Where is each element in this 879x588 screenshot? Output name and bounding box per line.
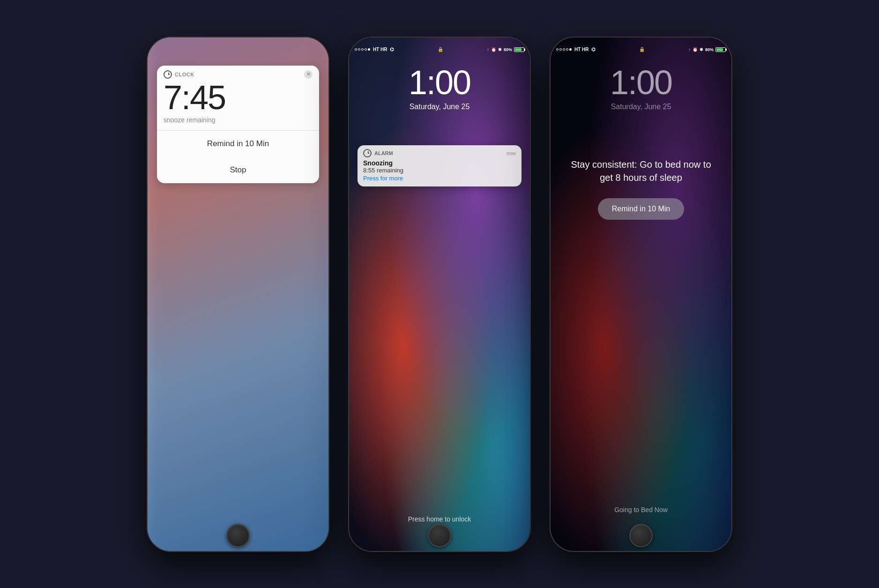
battery-bar: [715, 47, 726, 52]
battery-bar: [514, 47, 524, 52]
carrier-name: HT HR: [373, 47, 387, 52]
phone-2: HT HR ⌬ 🔒 ↑ ⏰ ✱ 80% 1:00 Saturday, June …: [348, 37, 531, 552]
wallpaper: [349, 37, 530, 551]
phone2-screen: HT HR ⌬ 🔒 ↑ ⏰ ✱ 80% 1:00 Saturday, June …: [349, 37, 530, 551]
lock-time-display: 1:00: [349, 63, 530, 102]
notif-app-name: CLOCK: [175, 72, 301, 77]
clock-notif-icon: [363, 149, 372, 157]
lock-icon: 🔒: [438, 47, 443, 52]
lock-notif-time: now: [507, 150, 516, 156]
home-button[interactable]: [629, 524, 653, 547]
phone-3: HT HR ⌬ 🔒 ↑ ⏰ ✱ 80% 1:00 Saturday, June …: [550, 37, 732, 552]
bluetooth-icon: ✱: [700, 47, 703, 52]
status-bar: HT HR ⌬ 🔒 ↑ ⏰ ✱ 80%: [551, 45, 731, 54]
lock-notif-action[interactable]: Press for more: [363, 175, 516, 182]
phone-1: CLOCK ✕ 7:45 snooze remaining Remind in …: [147, 37, 329, 552]
clock-app-icon: [164, 70, 172, 79]
battery-pct: 80%: [504, 47, 512, 52]
location-icon: ↑: [688, 47, 691, 52]
lock-icon: 🔒: [639, 47, 645, 52]
sleep-time: 1:00: [610, 63, 672, 102]
phone1-screen: CLOCK ✕ 7:45 snooze remaining Remind in …: [148, 37, 328, 551]
sleep-content: 1:00 Saturday, June 25 Stay consistent: …: [551, 37, 731, 551]
battery-fill: [716, 48, 723, 51]
snooze-subtitle: snooze remaining: [164, 116, 313, 124]
close-button[interactable]: ✕: [304, 70, 313, 79]
phone3-screen: HT HR ⌬ 🔒 ↑ ⏰ ✱ 80% 1:00 Saturday, June …: [551, 37, 731, 551]
status-bar: HT HR ⌬ 🔒 ↑ ⏰ ✱ 80%: [349, 45, 530, 54]
sleep-footer: Going to Bed Now: [614, 506, 668, 514]
home-button[interactable]: [226, 524, 250, 547]
battery-tip: [726, 48, 727, 51]
signal-dot-2: [358, 48, 360, 51]
status-right: ↑ ⏰ ✱ 80%: [487, 47, 524, 52]
carrier-name: HT HR: [574, 47, 589, 52]
status-right: ↑ ⏰ ✱ 80%: [688, 47, 726, 52]
bluetooth-icon: ✱: [498, 47, 502, 52]
signal-dot-3: [361, 48, 364, 51]
signal-dot-3: [563, 48, 565, 51]
battery-fill: [515, 48, 521, 51]
lock-date-display: Saturday, June 25: [349, 103, 530, 111]
notification-card: CLOCK ✕ 7:45 snooze remaining Remind in …: [157, 66, 319, 183]
signal-dot-4: [365, 48, 367, 51]
signal-dot-2: [559, 48, 562, 51]
signal-dot-1: [556, 48, 559, 51]
signal-dot-5: [569, 48, 572, 51]
lock-notif-app: ALARM: [374, 150, 504, 156]
notif-header: CLOCK ✕: [157, 66, 319, 81]
signal-dot-1: [355, 48, 357, 51]
lock-notif-body: Snoozing 8:55 remaining Press for more: [358, 159, 521, 186]
lock-notif-header: ALARM now: [358, 145, 521, 159]
wifi-icon: ⌬: [390, 47, 394, 52]
clock-status-icon: ⏰: [491, 47, 496, 52]
lock-notification[interactable]: ALARM now Snoozing 8:55 remaining Press …: [358, 145, 521, 186]
lock-notif-sub: 8:55 remaining: [363, 167, 516, 174]
lock-time-area: 1:00 Saturday, June 25: [349, 63, 530, 111]
clock-status-icon: ⏰: [693, 47, 698, 52]
home-button[interactable]: [428, 524, 451, 547]
remind-button[interactable]: Remind in 10 Min: [598, 198, 685, 220]
remind-button[interactable]: Remind in 10 Min: [157, 131, 319, 157]
battery-tip: [524, 48, 525, 51]
wifi-icon: ⌬: [591, 47, 596, 52]
notif-body: 7:45 snooze remaining: [157, 81, 319, 130]
signal-dots: HT HR ⌬: [556, 47, 596, 52]
lock-notif-title: Snoozing: [363, 159, 516, 167]
signal-dot-5: [368, 48, 370, 51]
battery-pct: 80%: [705, 47, 714, 52]
press-home-text: Press home to unlock: [349, 515, 530, 523]
signal-dots: HT HR ⌬: [355, 47, 394, 52]
sleep-date: Saturday, June 25: [611, 103, 671, 111]
stop-button[interactable]: Stop: [157, 157, 319, 183]
location-icon: ↑: [487, 47, 489, 52]
sleep-message: Stay consistent: Go to bed now to get 8 …: [551, 158, 731, 184]
snooze-time: 7:45: [164, 81, 313, 114]
signal-dot-4: [566, 48, 568, 51]
